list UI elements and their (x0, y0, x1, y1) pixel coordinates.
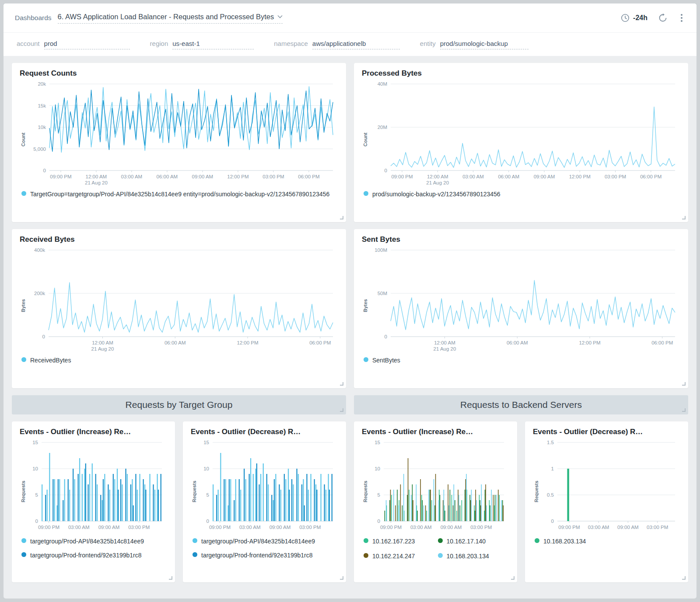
svg-text:12:00 PM: 12:00 PM (237, 340, 258, 345)
legend-dot (364, 553, 368, 558)
events-decrease-target-group-chart: 05101509:00 PM03:00 AM09:00 AM03:00 PM (198, 439, 338, 532)
legend-item: TargetGroup=targetgroup/Prod-API/84e325b… (21, 190, 338, 198)
filter-label: account (17, 40, 40, 47)
panel-title: Events - Outlier (Decrease) R… (533, 428, 680, 436)
svg-text:50M: 50M (378, 291, 387, 296)
resize-handle[interactable] (682, 576, 686, 580)
svg-text:5: 5 (35, 492, 38, 498)
panel-title: Sent Bytes (362, 235, 680, 244)
legend-item: ReceivedBytes (21, 356, 338, 365)
svg-text:0.5: 0.5 (547, 492, 554, 498)
panel-title: Received Bytes (20, 235, 338, 244)
svg-text:06:00 PM: 06:00 PM (298, 174, 319, 179)
dashboard-content: Request Counts Count 05,00010k15k20k09:0… (4, 56, 696, 582)
legend-item: 10.162.17.140 (438, 537, 510, 546)
resize-handle[interactable] (340, 576, 343, 580)
legend: 10.168.203.134 (533, 537, 680, 546)
legend-label: 10.162.214.247 (372, 552, 415, 560)
legend-dot (364, 357, 368, 362)
svg-text:12:00 AM: 12:00 AM (434, 340, 455, 345)
panel-received-bytes: Received Bytes Bytes 0200k400k12:00 AM21… (12, 229, 346, 388)
svg-text:03:00 PM: 03:00 PM (299, 525, 321, 530)
legend-dot (21, 538, 26, 543)
resize-handle[interactable] (169, 576, 172, 580)
y-axis-label: Bytes (362, 247, 369, 353)
svg-text:1: 1 (551, 466, 554, 471)
svg-text:20k: 20k (38, 81, 46, 87)
legend-item: 10.162.214.247 (364, 552, 435, 560)
svg-text:0: 0 (378, 518, 380, 524)
resize-handle[interactable] (340, 382, 343, 386)
y-axis-label: Bytes (20, 247, 27, 353)
svg-text:12:00 AM: 12:00 AM (427, 174, 448, 179)
legend-dot (364, 538, 368, 543)
svg-text:03:00 AM: 03:00 AM (462, 174, 484, 179)
refresh-icon (658, 13, 668, 23)
svg-text:09:00 PM: 09:00 PM (38, 525, 60, 530)
filter-region-value[interactable]: us-east-1 (172, 40, 254, 49)
resize-handle[interactable] (340, 408, 343, 412)
legend: 10.162.167.223 10.162.17.140 10.162.214.… (362, 537, 509, 561)
more-menu-button[interactable] (678, 12, 685, 24)
legend: ReceivedBytes (20, 356, 338, 365)
legend-dot (535, 538, 539, 543)
svg-text:12:00 PM: 12:00 PM (227, 174, 248, 179)
svg-text:12:00 PM: 12:00 PM (569, 174, 591, 179)
svg-text:06:00 AM: 06:00 AM (498, 174, 519, 179)
request-counts-chart: 05,00010k15k20k09:00 PM12:00 AM21 Aug 20… (27, 80, 338, 187)
panel-events-outlier-decrease-backend: Events - Outlier (Decrease) R… Requests … (525, 421, 688, 582)
legend-item: targetgroup/Prod-API/84e325b14c814ee9 (192, 537, 338, 546)
time-range-label: -24h (633, 14, 648, 22)
legend-label: targetgroup/Prod-API/84e325b14c814ee9 (30, 537, 144, 546)
legend-label: 10.168.203.134 (447, 552, 489, 560)
svg-text:12:00 AM: 12:00 AM (92, 340, 113, 345)
time-range-button[interactable]: -24h (621, 14, 648, 22)
legend-item: prod/sumologic-backup-v2/123456789012345… (364, 190, 680, 198)
panel-events-outlier-decrease-target-group: Events - Outlier (Decrease) R… Requests … (183, 421, 346, 582)
svg-text:03:00 AM: 03:00 AM (410, 525, 432, 530)
filter-entity-value[interactable]: prod/sumologic-backup (440, 40, 528, 49)
svg-text:09:00 AM: 09:00 AM (534, 174, 555, 179)
legend-item: 10.168.203.134 (535, 537, 680, 546)
svg-text:09:00 PM: 09:00 PM (391, 174, 413, 179)
resize-handle[interactable] (682, 382, 686, 386)
clock-icon (621, 14, 630, 22)
legend-label: prod/sumologic-backup-v2/123456789012345… (372, 190, 500, 198)
svg-text:15k: 15k (38, 103, 46, 108)
svg-text:09:00 AM: 09:00 AM (617, 525, 639, 530)
filter-account-value[interactable]: prod (44, 40, 130, 49)
legend: targetgroup/Prod-API/84e325b14c814ee9 ta… (191, 537, 338, 560)
resize-handle[interactable] (682, 408, 686, 412)
filter-account: account prod (17, 40, 130, 49)
refresh-button[interactable] (658, 13, 668, 23)
panel-request-counts: Request Counts Count 05,00010k15k20k09:0… (12, 63, 346, 222)
svg-text:09:00 PM: 09:00 PM (558, 525, 580, 530)
breadcrumb[interactable]: Dashboards (15, 14, 52, 22)
dashboard-title-dropdown[interactable]: 6. AWS Application Load Balancer - Reque… (58, 13, 283, 24)
resize-handle[interactable] (340, 216, 343, 219)
svg-text:0: 0 (206, 518, 209, 524)
filter-entity: entity prod/sumologic-backup (420, 40, 528, 49)
sent-bytes-chart: 050M100M12:00 AM21 Aug 2006:00 AM12:00 P… (369, 247, 680, 353)
y-axis-label: Requests (533, 439, 540, 532)
events-increase-backend-chart: 05101509:00 PM03:00 AM09:00 AM03:00 PM (369, 439, 509, 532)
legend-label: 10.162.167.223 (372, 537, 415, 546)
svg-text:20M: 20M (378, 125, 387, 130)
svg-text:03:00 PM: 03:00 PM (262, 174, 284, 179)
svg-text:5,000: 5,000 (33, 146, 46, 152)
received-bytes-chart: 0200k400k12:00 AM21 Aug 2006:00 AM12:00 … (27, 247, 338, 353)
svg-text:03:00 AM: 03:00 AM (588, 525, 609, 530)
resize-handle[interactable] (511, 576, 514, 580)
resize-handle[interactable] (682, 216, 686, 219)
filter-namespace-value[interactable]: aws/applicationelb (312, 40, 400, 49)
svg-text:10: 10 (32, 466, 38, 471)
legend-label: 10.162.17.140 (447, 537, 486, 546)
panel-title: Processed Bytes (362, 69, 680, 78)
legend-dot (192, 552, 197, 557)
svg-text:100M: 100M (374, 247, 387, 253)
legend-label: targetgroup/Prod-API/84e325b14c814ee9 (201, 537, 315, 546)
svg-text:03:00 AM: 03:00 AM (121, 174, 143, 179)
events-decrease-backend-chart: 00.511.509:00 PM03:00 AM09:00 AM03:00 PM (540, 439, 680, 532)
svg-text:0: 0 (35, 518, 38, 524)
svg-text:09:00 AM: 09:00 AM (441, 525, 462, 530)
